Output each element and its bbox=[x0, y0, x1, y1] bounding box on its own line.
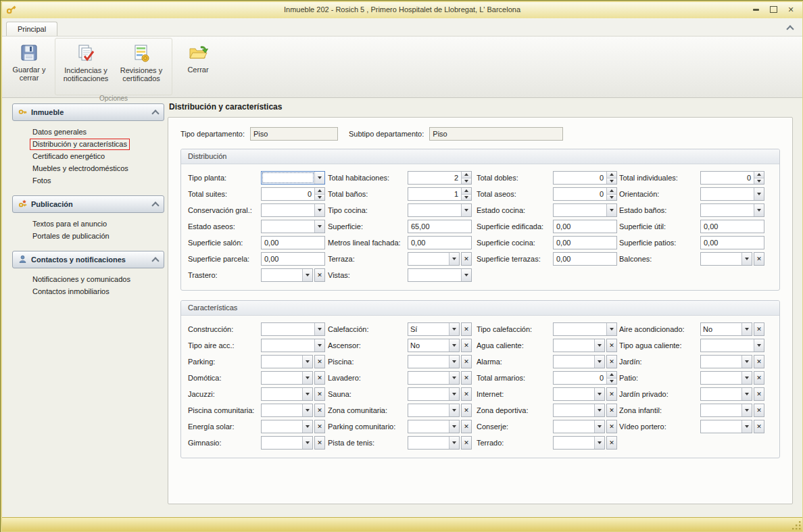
dropdown-arrow-icon[interactable] bbox=[449, 437, 459, 449]
dropdown-arrow-icon[interactable] bbox=[449, 404, 459, 416]
dropdown-arrow-icon[interactable] bbox=[741, 388, 752, 400]
dropdown-arrow-icon[interactable] bbox=[594, 356, 604, 368]
pista-de-tenis-clear-button[interactable]: ✕ bbox=[461, 436, 472, 450]
spin-down-button[interactable] bbox=[607, 178, 616, 185]
gimnasio-combobox[interactable] bbox=[261, 436, 313, 450]
dropdown-arrow-icon[interactable] bbox=[302, 437, 312, 449]
alarma-combobox[interactable] bbox=[553, 355, 605, 368]
parking-clear-button[interactable]: ✕ bbox=[314, 355, 325, 368]
total-armarios-spinner[interactable]: 0 bbox=[553, 371, 617, 385]
tipo-agua-caliente-combobox[interactable] bbox=[700, 339, 764, 352]
spin-up-button[interactable] bbox=[315, 188, 324, 195]
conserje-clear-button[interactable]: ✕ bbox=[606, 420, 617, 433]
aire-acondicionado-clear-button[interactable]: ✕ bbox=[754, 322, 764, 336]
orientacion-combobox[interactable] bbox=[700, 187, 764, 201]
dropdown-arrow-icon[interactable] bbox=[594, 437, 604, 449]
jardin-clear-button[interactable]: ✕ bbox=[754, 355, 764, 368]
energia-solar-combobox[interactable] bbox=[261, 420, 313, 433]
dropdown-arrow-icon[interactable] bbox=[741, 323, 752, 335]
estado-aseos-combobox[interactable] bbox=[261, 220, 325, 233]
collapse-chevron-icon[interactable] bbox=[153, 201, 158, 208]
energia-solar-clear-button[interactable]: ✕ bbox=[314, 420, 325, 433]
tipo-calefaccion-combobox[interactable] bbox=[553, 322, 617, 336]
dropdown-arrow-icon[interactable] bbox=[754, 339, 764, 352]
minimize-button[interactable] bbox=[748, 5, 763, 15]
sidebar-item-muebles-y-electrodomesticos[interactable]: Muebles y electrodomésticos bbox=[32, 162, 164, 174]
spin-down-button[interactable] bbox=[754, 178, 764, 185]
superficie-cocina-input[interactable]: 0,00 bbox=[553, 236, 617, 249]
ascensor-clear-button[interactable]: ✕ bbox=[461, 339, 472, 352]
spin-down-button[interactable] bbox=[607, 379, 616, 385]
internet-clear-button[interactable]: ✕ bbox=[606, 387, 617, 401]
lavadero-combobox[interactable] bbox=[408, 371, 460, 385]
dropdown-arrow-icon[interactable] bbox=[741, 372, 752, 384]
tipo-planta-combobox[interactable] bbox=[261, 171, 325, 185]
jardin-combobox[interactable] bbox=[700, 355, 752, 368]
spin-up-button[interactable] bbox=[607, 372, 616, 379]
terrado-clear-button[interactable]: ✕ bbox=[606, 436, 617, 450]
calefaccion-clear-button[interactable]: ✕ bbox=[461, 322, 472, 336]
ascensor-combobox[interactable]: No bbox=[408, 339, 460, 352]
cerrar-button[interactable]: Cerrar bbox=[176, 38, 220, 94]
domotica-combobox[interactable] bbox=[261, 371, 313, 385]
total-suites-spinner[interactable]: 0 bbox=[261, 187, 325, 201]
dropdown-arrow-icon[interactable] bbox=[741, 404, 752, 416]
domotica-clear-button[interactable]: ✕ bbox=[314, 371, 325, 385]
terraza-clear-button[interactable]: ✕ bbox=[461, 252, 472, 266]
spin-down-button[interactable] bbox=[607, 195, 616, 201]
sauna-clear-button[interactable]: ✕ bbox=[461, 387, 472, 401]
terraza-combobox[interactable] bbox=[408, 252, 460, 266]
dropdown-arrow-icon[interactable] bbox=[741, 253, 752, 265]
jardin-privado-combobox[interactable] bbox=[700, 387, 752, 401]
internet-combobox[interactable] bbox=[553, 387, 605, 401]
pista-de-tenis-combobox[interactable] bbox=[408, 436, 460, 450]
dropdown-arrow-icon[interactable] bbox=[606, 204, 616, 216]
sidebar-item-fotos[interactable]: Fotos bbox=[32, 174, 164, 187]
parking-comunitario-combobox[interactable] bbox=[408, 420, 460, 433]
collapse-chevron-icon[interactable] bbox=[153, 109, 158, 116]
tipo-departamento-input[interactable]: Piso bbox=[250, 127, 338, 141]
jacuzzi-clear-button[interactable]: ✕ bbox=[314, 387, 325, 401]
parking-combobox[interactable] bbox=[261, 355, 313, 368]
sidebar-item-certificado-energetico[interactable]: Certificado energético bbox=[32, 150, 164, 162]
sidebar-item-portales-de-publicacion[interactable]: Portales de publicación bbox=[32, 230, 164, 242]
spin-down-button[interactable] bbox=[462, 178, 471, 185]
trastero-combobox[interactable] bbox=[261, 268, 313, 282]
spin-down-button[interactable] bbox=[315, 195, 324, 201]
zona-infantil-clear-button[interactable]: ✕ bbox=[754, 404, 764, 417]
calefaccion-combobox[interactable]: Sí bbox=[408, 322, 460, 336]
aire-acondicionado-combobox[interactable]: No bbox=[700, 322, 752, 336]
sidebar-item-notificaciones-y-comunicados[interactable]: Notificaciones y comunicados bbox=[32, 273, 164, 285]
sauna-combobox[interactable] bbox=[408, 387, 460, 401]
spin-up-button[interactable] bbox=[462, 172, 471, 178]
dropdown-arrow-icon[interactable] bbox=[741, 420, 752, 433]
dropdown-arrow-icon[interactable] bbox=[754, 188, 764, 200]
dropdown-arrow-icon[interactable] bbox=[449, 420, 459, 433]
spin-up-button[interactable] bbox=[462, 188, 471, 195]
dropdown-arrow-icon[interactable] bbox=[461, 269, 471, 281]
revisiones-y-certificados-button[interactable]: Revisiones y certificados bbox=[114, 39, 169, 95]
total-habitaciones-spinner[interactable]: 2 bbox=[408, 171, 472, 185]
collapse-chevron-icon[interactable] bbox=[153, 256, 158, 264]
dropdown-arrow-icon[interactable] bbox=[314, 323, 324, 335]
dropdown-arrow-icon[interactable] bbox=[302, 269, 312, 281]
dropdown-arrow-icon[interactable] bbox=[302, 420, 312, 433]
superficie-input[interactable]: 65,00 bbox=[408, 220, 472, 233]
balcones-clear-button[interactable]: ✕ bbox=[754, 252, 764, 266]
dropdown-arrow-icon[interactable] bbox=[314, 220, 324, 233]
agua-caliente-clear-button[interactable]: ✕ bbox=[606, 339, 617, 352]
close-button[interactable]: ✕ bbox=[783, 5, 798, 15]
metros-lineal-fachada-input[interactable]: 0,00 bbox=[408, 236, 472, 249]
incidencias-y-notificaciones-button[interactable]: Incidencias y notificaciones bbox=[58, 39, 114, 95]
conserje-combobox[interactable] bbox=[553, 420, 605, 433]
construccion-combobox[interactable] bbox=[261, 322, 325, 336]
trastero-clear-button[interactable]: ✕ bbox=[314, 268, 325, 282]
dropdown-arrow-icon[interactable] bbox=[449, 339, 459, 352]
superficie-parcela-input[interactable]: 0,00 bbox=[261, 252, 325, 266]
resize-grip[interactable] bbox=[792, 521, 801, 530]
subtipo-departamento-input[interactable]: Piso bbox=[429, 127, 563, 141]
dropdown-arrow-icon[interactable] bbox=[302, 356, 312, 368]
spin-down-button[interactable] bbox=[462, 195, 471, 201]
dropdown-arrow-icon[interactable] bbox=[302, 372, 312, 384]
terrado-combobox[interactable] bbox=[553, 436, 605, 450]
